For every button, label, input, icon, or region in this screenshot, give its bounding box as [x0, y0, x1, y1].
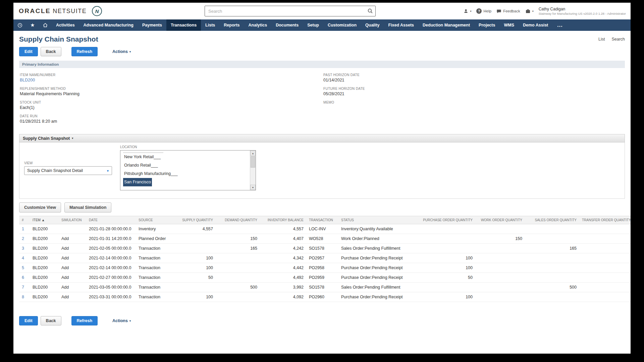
nav-item-lists[interactable]: Lists	[201, 19, 219, 31]
column-header-simulation[interactable]: SIMULATION	[59, 216, 86, 224]
column-header-item[interactable]: ITEM ▲	[30, 216, 59, 224]
actions-menu[interactable]: Actions ▾	[112, 49, 131, 54]
primary-left: ITEM NAME/NUMBER BLD200 REPLENISHMENT ME…	[20, 73, 323, 124]
nav-item-customization[interactable]: Customization	[323, 19, 361, 31]
home-menu[interactable]	[39, 19, 52, 31]
user-info[interactable]: Cathy Cadigan Stainway for Manufacturing…	[539, 7, 626, 16]
cell-item[interactable]: BLD200	[30, 234, 59, 244]
netsuite-badge-icon[interactable]: N	[92, 6, 102, 16]
nav-item-setup[interactable]: Setup	[303, 19, 323, 31]
location-option[interactable]: Orlando Retail___	[120, 161, 250, 170]
back-button-bottom[interactable]: Back	[41, 316, 61, 325]
top-header: ORACLE NETSUITE N ▾ ? Help	[13, 3, 631, 19]
cell-work_order_quantity	[475, 292, 525, 302]
edit-button-bottom[interactable]: Edit	[19, 316, 38, 325]
help-menu[interactable]: ? Help	[476, 8, 491, 14]
cell-simulation[interactable]: Add	[59, 292, 86, 302]
cell-item[interactable]: BLD200	[30, 283, 59, 292]
back-button[interactable]: Back	[41, 47, 61, 56]
manual-simulation-button[interactable]: Manual Simulation	[64, 202, 111, 213]
global-search-input[interactable]	[205, 6, 376, 16]
edit-button[interactable]: Edit	[19, 47, 38, 56]
field-label: REPLENISHMENT METHOD	[20, 87, 323, 90]
column-header-status[interactable]: STATUS	[338, 216, 414, 224]
nav-item-transactions[interactable]: Transactions	[166, 19, 201, 31]
cell-simulation[interactable]: Add	[59, 234, 86, 244]
cell-transfer_order_quantity	[579, 224, 631, 234]
table-row: 6BLD200Add2021-02-27 00:00:00.0Transacti…	[19, 273, 631, 283]
search-link[interactable]: Search	[611, 37, 625, 42]
page-content: Supply Chain Snapshot List Search Edit B…	[13, 35, 631, 325]
view-select[interactable]: Supply Chain Snapshot Detail ▼	[24, 166, 112, 175]
cell-demand_quantity	[216, 253, 260, 263]
cell-simulation[interactable]: Add	[59, 283, 86, 292]
cell-simulation[interactable]: Add	[59, 273, 86, 283]
cell-item[interactable]: BLD200	[30, 224, 59, 234]
nav-item-payments[interactable]: Payments	[138, 19, 166, 31]
column-header-source[interactable]: SOURCE	[136, 216, 175, 224]
nav-item-projects[interactable]: Projects	[474, 19, 499, 31]
header-utility-area: ▾ ? Help Feedback ▾ Cathy Cadigan	[464, 3, 626, 19]
cell-transaction[interactable]: PO2959	[306, 273, 338, 283]
nav-item-analytics[interactable]: Analytics	[244, 19, 272, 31]
column-header-inventory_balance[interactable]: INVENTORY BALANCE	[260, 216, 306, 224]
customize-view-button[interactable]: Customize View	[19, 202, 61, 213]
recents-menu[interactable]	[13, 19, 26, 31]
cell-item[interactable]: BLD200	[30, 244, 59, 253]
location-option[interactable]: New York Retail___	[120, 153, 250, 161]
cell-transaction[interactable]: SO1578	[306, 244, 338, 253]
user-menu[interactable]: ▾	[525, 8, 534, 14]
cell-transaction[interactable]: PO2958	[306, 263, 338, 273]
refresh-button-bottom[interactable]: Refresh	[71, 316, 98, 325]
cell-transaction[interactable]: PO2960	[306, 292, 338, 302]
location-option[interactable]: San Francisco	[120, 178, 250, 186]
column-header-date[interactable]: DATE	[86, 216, 136, 224]
cell-item[interactable]: BLD200	[30, 263, 59, 273]
scroll-down-icon[interactable]: ▼	[250, 185, 256, 190]
column-header-transaction[interactable]: TRANSACTION	[306, 216, 338, 224]
nav-item-activities[interactable]: Activities	[52, 19, 79, 31]
location-option[interactable]: Pittsburgh Manufacturing___	[120, 170, 250, 178]
column-header-purchase_order_quantity[interactable]: PURCHASE ORDER QUANTITY	[414, 216, 475, 224]
cell-transaction[interactable]: PO2957	[306, 253, 338, 263]
column-header-sales_order_quantity[interactable]: SALES ORDER QUANTITY	[525, 216, 579, 224]
column-header-num[interactable]: #	[19, 216, 30, 224]
column-header-transfer_order_quantity[interactable]: TRANSFER ORDER QUANTITY	[579, 216, 631, 224]
cell-status: Sales Order:Pending Fulfillment	[338, 283, 414, 292]
cell-transaction[interactable]: LOC-INV	[306, 224, 338, 234]
cell-simulation[interactable]: Add	[59, 244, 86, 253]
cell-item[interactable]: BLD200	[30, 273, 59, 283]
location-scrollbar[interactable]: ▲ ▼	[250, 150, 256, 190]
nav-item-advanced-manufacturing[interactable]: Advanced Manufacturing	[79, 19, 138, 31]
actions-menu-bottom[interactable]: Actions ▾	[112, 318, 131, 323]
nav-item-wms[interactable]: WMS	[499, 19, 519, 31]
nav-item-demo-assist[interactable]: Demo Assist	[519, 19, 552, 31]
oracle-netsuite-logo[interactable]: ORACLE NETSUITE	[19, 7, 87, 15]
feedback-menu[interactable]: Feedback	[496, 9, 520, 14]
field-value[interactable]: BLD200	[20, 78, 323, 83]
search-icon[interactable]	[367, 8, 373, 14]
cell-item[interactable]: BLD200	[30, 292, 59, 302]
scrollbar-thumb[interactable]	[251, 156, 255, 168]
nav-item-quality[interactable]: Quality	[361, 19, 384, 31]
column-header-supply_quantity[interactable]: SUPPLY QUANTITY	[175, 216, 216, 224]
nav-item-reports[interactable]: Reports	[219, 19, 244, 31]
nav-overflow-menu[interactable]: ...	[552, 19, 567, 31]
cell-transaction[interactable]: SO1578	[306, 283, 338, 292]
cell-simulation[interactable]: Add	[59, 253, 86, 263]
nav-item-fixed-assets[interactable]: Fixed Assets	[384, 19, 418, 31]
column-header-work_order_quantity[interactable]: WORK ORDER QUANTITY	[475, 216, 525, 224]
cell-item[interactable]: BLD200	[30, 253, 59, 263]
nav-item-documents[interactable]: Documents	[271, 19, 303, 31]
list-link[interactable]: List	[598, 37, 605, 42]
refresh-button[interactable]: Refresh	[71, 47, 98, 56]
cell-simulation[interactable]: Add	[59, 263, 86, 273]
column-header-demand_quantity[interactable]: DEMAND QUANTITY	[216, 216, 260, 224]
shortcuts-menu[interactable]: ★	[26, 19, 39, 31]
location-multiselect[interactable]: New York Retail___Orlando Retail___Pitts…	[120, 150, 256, 190]
cell-transaction[interactable]: WO528	[306, 234, 338, 244]
roles-menu[interactable]: ▾	[464, 9, 471, 13]
scroll-up-icon[interactable]: ▲	[250, 150, 256, 156]
subtab-supply-chain-snapshot[interactable]: Supply Chain Snapshot ▾	[19, 134, 625, 142]
nav-item-deduction-management[interactable]: Deduction Management	[418, 19, 474, 31]
